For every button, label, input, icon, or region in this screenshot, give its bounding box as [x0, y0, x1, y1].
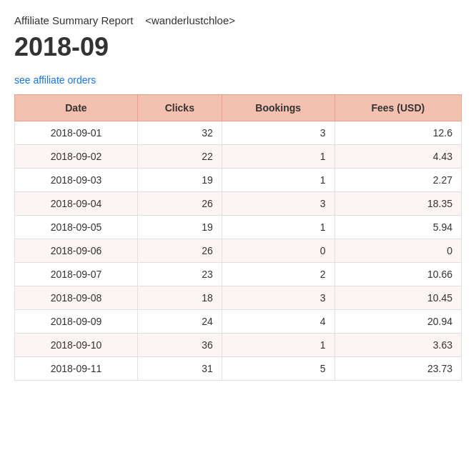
cell-clicks: 31	[137, 357, 222, 381]
table-row: 2018-09-062600	[15, 239, 462, 263]
table-row: 2018-09-103613.63	[15, 334, 462, 357]
table-row: 2018-09-0723210.66	[15, 263, 462, 286]
cell-fees: 18.35	[334, 192, 461, 216]
cell-bookings: 1	[222, 216, 334, 239]
cell-date: 2018-09-07	[15, 263, 138, 286]
cell-clicks: 36	[137, 334, 222, 357]
cell-date: 2018-09-01	[15, 121, 138, 145]
cell-clicks: 22	[137, 145, 222, 169]
table-row: 2018-09-031912.27	[15, 169, 462, 192]
cell-date: 2018-09-02	[15, 145, 138, 169]
cell-clicks: 32	[137, 121, 222, 145]
cell-date: 2018-09-03	[15, 169, 138, 192]
col-header-clicks: Clicks	[137, 95, 222, 121]
cell-fees: 5.94	[334, 216, 461, 239]
table-row: 2018-09-051915.94	[15, 216, 462, 239]
report-title: Affiliate Summary Report <wanderlustchlo…	[14, 14, 462, 26]
report-period: 2018-09	[14, 32, 462, 62]
col-header-bookings: Bookings	[222, 95, 334, 121]
cell-bookings: 5	[222, 357, 334, 381]
cell-fees: 0	[334, 239, 461, 263]
cell-clicks: 26	[137, 239, 222, 263]
cell-clicks: 26	[137, 192, 222, 216]
table-row: 2018-09-0426318.35	[15, 192, 462, 216]
cell-date: 2018-09-05	[15, 216, 138, 239]
cell-fees: 3.63	[334, 334, 461, 357]
cell-fees: 23.73	[334, 357, 461, 381]
table-row: 2018-09-0132312.6	[15, 121, 462, 145]
cell-fees: 20.94	[334, 310, 461, 334]
table-row: 2018-09-0818310.45	[15, 286, 462, 310]
cell-bookings: 1	[222, 169, 334, 192]
cell-date: 2018-09-04	[15, 192, 138, 216]
cell-fees: 2.27	[334, 169, 461, 192]
cell-bookings: 1	[222, 334, 334, 357]
cell-bookings: 3	[222, 286, 334, 310]
cell-bookings: 2	[222, 263, 334, 286]
cell-clicks: 23	[137, 263, 222, 286]
cell-fees: 12.6	[334, 121, 461, 145]
cell-bookings: 1	[222, 145, 334, 169]
affiliate-orders-link[interactable]: see affiliate orders	[14, 74, 96, 86]
table-row: 2018-09-0924420.94	[15, 310, 462, 334]
cell-fees: 4.43	[334, 145, 461, 169]
cell-clicks: 19	[137, 169, 222, 192]
cell-bookings: 4	[222, 310, 334, 334]
cell-date: 2018-09-08	[15, 286, 138, 310]
cell-date: 2018-09-06	[15, 239, 138, 263]
title-text: Affiliate Summary Report	[14, 14, 133, 26]
cell-bookings: 0	[222, 239, 334, 263]
cell-date: 2018-09-10	[15, 334, 138, 357]
table-row: 2018-09-1131523.73	[15, 357, 462, 381]
cell-clicks: 18	[137, 286, 222, 310]
col-header-date: Date	[15, 95, 138, 121]
cell-clicks: 24	[137, 310, 222, 334]
cell-date: 2018-09-11	[15, 357, 138, 381]
table-row: 2018-09-022214.43	[15, 145, 462, 169]
summary-table: Date Clicks Bookings Fees (USD) 2018-09-…	[14, 94, 462, 381]
table-header-row: Date Clicks Bookings Fees (USD)	[15, 95, 462, 121]
cell-clicks: 19	[137, 216, 222, 239]
affiliate-name: <wanderlustchloe>	[145, 14, 235, 26]
cell-fees: 10.66	[334, 263, 461, 286]
cell-fees: 10.45	[334, 286, 461, 310]
cell-bookings: 3	[222, 121, 334, 145]
col-header-fees: Fees (USD)	[334, 95, 461, 121]
cell-bookings: 3	[222, 192, 334, 216]
cell-date: 2018-09-09	[15, 310, 138, 334]
